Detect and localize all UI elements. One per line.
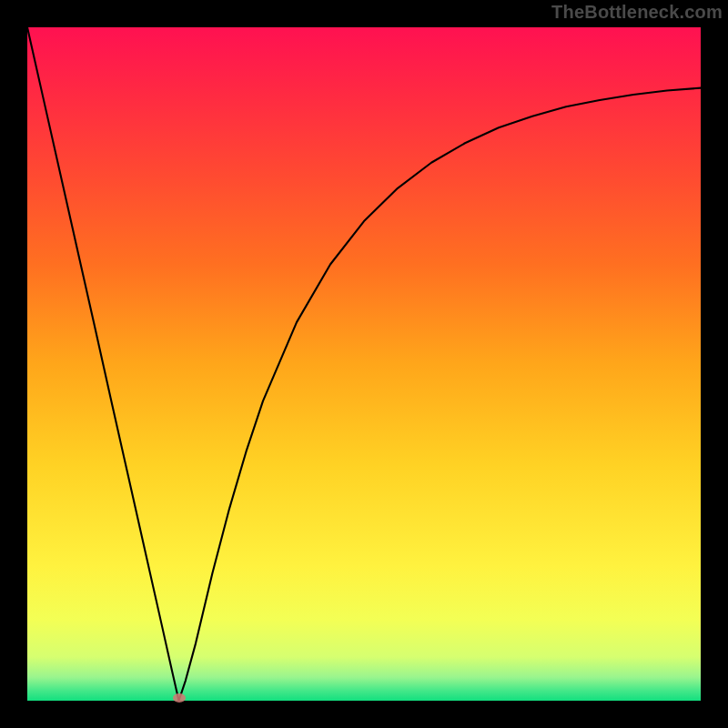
- plot-area: [27, 27, 701, 701]
- watermark-text: TheBottleneck.com: [551, 2, 723, 23]
- curve-layer: [27, 27, 701, 701]
- optimal-point-marker: [173, 693, 186, 703]
- chart-frame: TheBottleneck.com: [0, 0, 728, 728]
- bottleneck-curve: [27, 27, 701, 701]
